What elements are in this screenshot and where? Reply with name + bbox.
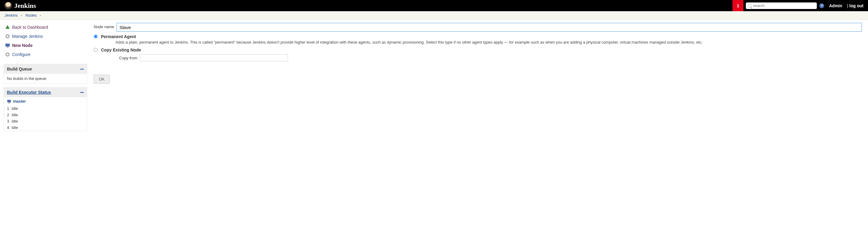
gear-icon	[5, 52, 10, 57]
sidebar-item-back-dashboard[interactable]: Back to Dashboard	[4, 23, 87, 32]
chevron-right-icon: ▸	[40, 13, 41, 17]
breadcrumb-item[interactable]: Jenkins	[4, 13, 18, 18]
search-icon	[748, 4, 751, 7]
option-copy-existing[interactable]: Copy Existing Node Copy from	[94, 46, 862, 63]
svg-rect-7	[7, 100, 11, 102]
jenkins-logo-icon	[4, 2, 12, 9]
svg-point-6	[7, 54, 8, 55]
permanent-agent-radio[interactable]	[94, 34, 98, 38]
copy-from-input[interactable]	[140, 54, 288, 61]
breadcrumb-item[interactable]: Nodes	[25, 13, 37, 18]
logout-link[interactable]: log out	[847, 3, 864, 8]
copy-from-label: Copy from	[108, 56, 137, 60]
executor-master[interactable]: master	[4, 97, 87, 105]
collapse-icon[interactable]	[80, 69, 84, 70]
build-queue-panel: Build Queue No builds in the queue.	[4, 64, 87, 84]
svg-marker-0	[5, 25, 10, 29]
node-name-label: Node name	[94, 23, 117, 29]
sidebar: Back to Dashboard Manage Jenkins New Nod…	[0, 20, 91, 138]
ok-button[interactable]: OK	[94, 75, 110, 84]
executor-status-header[interactable]: Build Executor Status	[4, 87, 87, 97]
search-input[interactable]	[753, 3, 815, 8]
computer-icon	[7, 99, 11, 103]
executor-status-panel: Build Executor Status master 1 Idle 2 Id…	[4, 87, 87, 131]
executor-row: 2 Idle	[4, 112, 87, 118]
option-permanent-agent[interactable]: Permanent Agent Adds a plain, permanent …	[94, 33, 862, 46]
sidebar-item-new-node[interactable]: New Node	[4, 41, 87, 50]
sidebar-item-configure[interactable]: Configure	[4, 50, 87, 59]
permanent-agent-title: Permanent Agent	[101, 34, 862, 39]
gear-icon	[5, 34, 10, 39]
svg-rect-4	[7, 47, 8, 48]
main-content: Node name Permanent Agent Adds a plain, …	[91, 20, 868, 138]
search-input-wrap[interactable]	[746, 2, 817, 9]
svg-point-2	[7, 35, 8, 37]
chevron-right-icon: ▸	[21, 13, 22, 17]
executor-row: 1 Idle	[4, 105, 87, 112]
computer-icon	[5, 43, 10, 48]
build-queue-header: Build Queue	[4, 64, 87, 74]
svg-rect-3	[5, 43, 10, 47]
collapse-icon[interactable]	[80, 92, 84, 93]
user-link[interactable]: Admin	[829, 3, 842, 8]
permanent-agent-description: Adds a plain, permanent agent to Jenkins…	[101, 40, 862, 45]
breadcrumb: Jenkins ▸ Nodes ▸	[0, 11, 868, 20]
up-arrow-icon	[5, 25, 10, 30]
build-queue-body: No builds in the queue.	[4, 74, 87, 83]
executor-row: 3 Idle	[4, 118, 87, 124]
copy-existing-radio[interactable]	[94, 48, 98, 52]
top-header: Jenkins 1 ? Admin log out	[0, 0, 868, 11]
node-name-input[interactable]	[117, 23, 862, 32]
copy-existing-title: Copy Existing Node	[101, 48, 862, 52]
help-icon[interactable]: ?	[819, 3, 824, 8]
logo[interactable]: Jenkins	[4, 2, 36, 10]
executor-row: 4 Idle	[4, 124, 87, 131]
notification-badge[interactable]: 1	[733, 0, 743, 11]
svg-rect-8	[8, 102, 10, 103]
app-name: Jenkins	[14, 2, 36, 10]
sidebar-item-manage-jenkins[interactable]: Manage Jenkins	[4, 32, 87, 41]
